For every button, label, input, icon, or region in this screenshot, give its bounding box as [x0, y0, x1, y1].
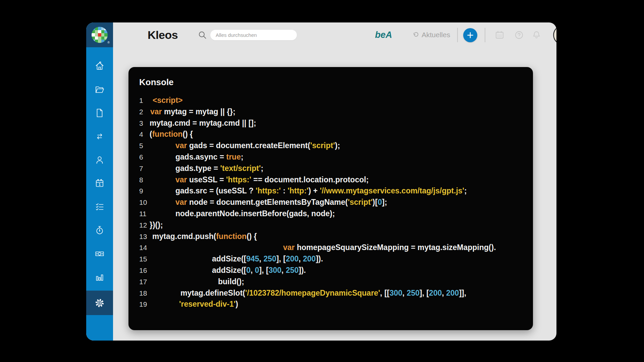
code-text: node.parentNode.insertBefore(gads, node)… [150, 208, 335, 220]
line-number: 2 [139, 106, 150, 118]
header: Kleos beA Aktuelles [113, 22, 556, 47]
code-text: (function() { [150, 129, 193, 140]
code-line: 18mytag.defineSlot('/1023782/homepageDyn… [139, 288, 526, 299]
code-line: 9gads.src = (useSSL ? 'https:' : 'http:'… [139, 185, 526, 197]
add-button[interactable] [463, 28, 477, 42]
sidebar-nav: 1 [86, 54, 113, 315]
code-text: mytag.cmd.push(function() { [150, 231, 257, 242]
kleos-logo[interactable]: ® [86, 22, 113, 47]
code-line: 17build(); [139, 276, 526, 288]
code-block: 1<script>2var mytag = mytag || {};3mytag… [139, 95, 526, 310]
code-text: build(); [150, 276, 244, 288]
bea-link[interactable]: beA [375, 22, 392, 47]
line-number: 1 [139, 95, 150, 106]
line-number: 6 [139, 152, 150, 163]
code-text: addSize([945, 250], [200, 200]). [150, 253, 323, 265]
question-icon [514, 30, 524, 40]
sidebar-item-time-tracking[interactable] [86, 219, 113, 242]
code-text: var homepageSquarySizeMapping = mytag.si… [150, 242, 496, 253]
gear-icon [95, 298, 105, 308]
registered-mark: ® [107, 41, 110, 44]
line-number: 10 [139, 197, 150, 208]
checklist-icon [95, 202, 105, 212]
sidebar-item-settings[interactable] [86, 291, 113, 315]
sidebar: ® 1 [86, 22, 113, 341]
code-line: 5var gads = document.createElement('scri… [139, 140, 526, 152]
code-line: 15addSize([945, 250], [200, 200]). [139, 253, 526, 265]
code-line: 19'reserved-div-1') [139, 299, 526, 310]
code-line: 14var homepageSquarySizeMapping = mytag.… [139, 242, 526, 253]
sidebar-item-matters[interactable] [86, 78, 113, 101]
sidebar-item-transfers[interactable] [86, 125, 113, 148]
bell-icon [532, 30, 541, 40]
calendar-day-icon: 1 [95, 178, 105, 188]
svg-text:1: 1 [99, 183, 101, 186]
code-text: var gads = document.createElement('scrip… [150, 140, 340, 152]
code-text: <script> [150, 95, 183, 106]
code-line: 12})(); [139, 220, 526, 231]
line-number: 19 [139, 299, 150, 310]
line-number: 17 [139, 276, 150, 288]
refresh-icon [413, 32, 419, 38]
sidebar-item-calendar[interactable]: 1 [86, 172, 113, 195]
sidebar-item-contacts[interactable] [86, 148, 113, 172]
folder-icon [95, 84, 105, 95]
line-number: 11 [139, 208, 150, 220]
help-button[interactable] [514, 30, 524, 40]
code-text: var useSSL = 'https:' == document.locati… [150, 174, 369, 186]
line-number: 13 [139, 231, 150, 242]
line-number: 9 [139, 185, 150, 197]
banknote-icon [95, 249, 105, 259]
code-line: 8var useSSL = 'https:' == document.locat… [139, 174, 526, 186]
console-title: Konsole [139, 77, 174, 87]
code-text: gads.src = (useSSL ? 'https:' : 'http:')… [150, 185, 467, 197]
line-number: 14 [139, 242, 150, 253]
transfer-arrows-icon [95, 131, 105, 141]
search-input[interactable] [210, 30, 297, 40]
console-panel: Konsole 1<script>2var mytag = mytag || {… [128, 67, 533, 330]
sidebar-item-home[interactable] [86, 54, 113, 78]
document-icon [95, 108, 105, 118]
code-text: gads.async = true; [150, 152, 244, 163]
code-text: var node = document.getElementsByTagName… [150, 197, 387, 208]
line-number: 3 [139, 118, 150, 129]
line-number: 7 [139, 163, 150, 174]
user-avatar[interactable] [553, 25, 556, 45]
header-divider [485, 28, 485, 42]
line-number: 16 [139, 265, 150, 276]
aktuelles-link[interactable]: Aktuelles [413, 22, 450, 47]
kleos-logo-mosaic-icon [92, 27, 108, 43]
line-number: 8 [139, 174, 150, 186]
code-line: 16addSize([0, 0], [300, 250]). [139, 265, 526, 276]
sidebar-item-billing[interactable] [86, 242, 113, 265]
code-text: gads.type = 'text/script'; [150, 163, 263, 174]
line-number: 15 [139, 253, 150, 265]
code-text: mytag.cmd = mytag.cmd || []; [150, 118, 256, 129]
line-number: 18 [139, 288, 150, 299]
code-line: 7gads.type = 'text/script'; [139, 163, 526, 174]
notifications-button[interactable] [532, 30, 541, 40]
plus-icon [467, 32, 474, 39]
header-divider [457, 28, 458, 42]
aktuelles-label: Aktuelles [422, 31, 450, 39]
sidebar-item-documents[interactable] [86, 101, 113, 125]
search-icon[interactable] [198, 31, 207, 40]
sidebar-item-reports[interactable] [86, 265, 113, 289]
code-text: })(); [150, 220, 163, 231]
line-number: 5 [139, 140, 150, 152]
calendar-button[interactable] [495, 30, 504, 40]
code-text: var mytag = mytag || {}; [150, 106, 235, 118]
stopwatch-icon [95, 225, 105, 235]
code-line: 2var mytag = mytag || {}; [139, 106, 526, 118]
sidebar-item-tasks[interactable] [86, 195, 113, 219]
page-title: Kleos [148, 22, 178, 47]
bar-chart-icon [95, 272, 105, 282]
code-line: 6gads.async = true; [139, 152, 526, 163]
code-line: 10var node = document.getElementsByTagNa… [139, 197, 526, 208]
code-line: 4(function() { [139, 129, 526, 140]
line-number: 12 [139, 220, 150, 231]
calendar-icon [495, 30, 504, 40]
code-text: addSize([0, 0], [300, 250]). [150, 265, 306, 276]
person-icon [95, 155, 105, 165]
line-number: 4 [139, 129, 150, 140]
